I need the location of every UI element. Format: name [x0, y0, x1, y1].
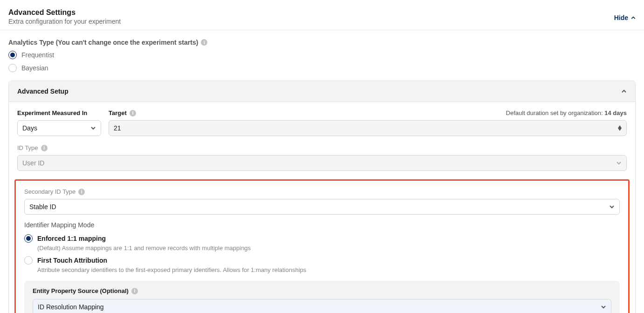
measured-in-select[interactable]: Days	[17, 120, 101, 136]
target-label: Target	[109, 109, 127, 116]
advanced-setup-toggle[interactable]: Advanced Setup	[9, 81, 635, 102]
info-icon[interactable]: i	[41, 145, 48, 151]
info-icon[interactable]: i	[131, 288, 138, 294]
hide-button[interactable]: Hide	[614, 8, 636, 21]
radio-bayesian[interactable]: Bayesian	[8, 64, 636, 72]
identifier-mapping-mode-label: Identifier Mapping Mode	[24, 221, 620, 229]
first-touch-desc: Attribute secondary identifiers to the f…	[37, 266, 620, 273]
chevron-up-icon	[631, 15, 636, 20]
radio-frequentist[interactable]: Frequentist	[8, 51, 636, 59]
secondary-id-highlight: Secondary ID Type i Stable ID Identifier…	[14, 179, 630, 313]
info-icon[interactable]: i	[130, 110, 136, 116]
stepper-down-icon	[618, 128, 622, 131]
entity-property-select[interactable]: ID Resolution Mapping	[33, 299, 611, 313]
secondary-id-type-label: Secondary ID Type	[24, 188, 75, 195]
advanced-settings-header: Advanced Settings Extra configuration fo…	[0, 0, 644, 30]
info-icon[interactable]: i	[201, 39, 207, 46]
chevron-down-icon	[90, 125, 96, 131]
id-type-label: ID Type	[17, 144, 38, 151]
page-title: Advanced Settings	[8, 8, 121, 17]
analytics-type-section: Analytics Type (You can't change once th…	[0, 30, 644, 81]
default-duration-text: Default duration set by organization: 14…	[506, 109, 627, 116]
chevron-down-icon	[609, 204, 615, 210]
chevron-up-icon	[621, 88, 627, 94]
id-type-select[interactable]: User ID	[17, 155, 627, 171]
radio-circle-icon	[24, 234, 33, 243]
info-icon[interactable]: i	[78, 189, 85, 195]
chevron-down-icon	[616, 160, 622, 166]
radio-circle-icon	[8, 51, 17, 59]
analytics-type-label: Analytics Type (You can't change once th…	[8, 39, 198, 46]
stepper-arrows[interactable]	[618, 125, 622, 131]
entity-property-panel: Entity Property Source (Optional) i ID R…	[24, 281, 620, 313]
advanced-setup-panel: Advanced Setup Experiment Measured In Da…	[8, 81, 636, 313]
target-input[interactable]: 21	[109, 120, 627, 136]
radio-enforced-mapping[interactable]: Enforced 1:1 mapping	[24, 234, 620, 243]
enforced-mapping-desc: (Default) Assume mappings are 1:1 and re…	[37, 245, 620, 252]
entity-property-label: Entity Property Source (Optional)	[33, 287, 129, 294]
radio-circle-icon	[24, 256, 33, 265]
measured-in-label: Experiment Measured In	[17, 109, 101, 116]
radio-first-touch[interactable]: First Touch Attribution	[24, 256, 620, 265]
radio-circle-icon	[8, 64, 17, 72]
secondary-id-type-select[interactable]: Stable ID	[24, 199, 620, 215]
chevron-down-icon	[601, 304, 606, 310]
page-subtitle: Extra configuration for your experiment	[8, 18, 121, 25]
